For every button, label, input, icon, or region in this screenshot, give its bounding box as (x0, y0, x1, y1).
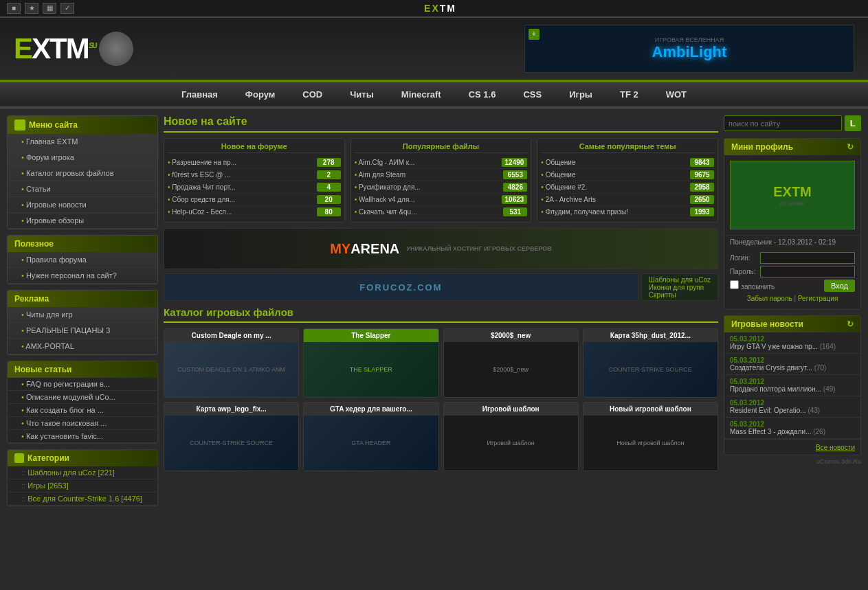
forucoz-link-2[interactable]: Иконки для групп (649, 284, 711, 291)
sidebar-item-home[interactable]: Главная EXTM (8, 134, 157, 150)
nav-item-games[interactable]: Игры (555, 82, 606, 106)
news-text-1: Создатели Crysis двигут... (70) (730, 364, 855, 372)
nav-item-tf2[interactable]: TF 2 (606, 82, 652, 106)
nav-item-cs16[interactable]: CS 1.6 (455, 82, 510, 106)
news-refresh-icon[interactable]: ↻ (847, 319, 854, 329)
sidebar-item-news[interactable]: Игровые новости (8, 197, 157, 213)
game-news-item-1[interactable]: 05.03.2012 Создатели Crysis двигут... (7… (724, 354, 860, 375)
all-news-link[interactable]: Все новости (816, 444, 855, 451)
nav-item-home[interactable]: Главная (168, 82, 232, 106)
catalog-item-3[interactable]: Карта 35hp_dust_2012... COUNTER-STRIKE S… (583, 328, 718, 398)
forum-item-1[interactable]: f0rest vs ESC @ ... 2 (168, 169, 341, 181)
catalog-item-header-2: $2000$_new (444, 329, 578, 342)
refresh-icon[interactable]: ↻ (847, 142, 854, 152)
article-item-3[interactable]: Что такое поисковая ... (8, 417, 157, 430)
sidebar-item-catalog[interactable]: Каталог игровых файлов (8, 166, 157, 181)
file-item-2[interactable]: Русификатор для... 4826 (355, 181, 528, 194)
sidebar-item-reviews[interactable]: Игровые обзоры (8, 213, 157, 229)
nav-item-css[interactable]: CSS (509, 82, 555, 106)
myarena-banner[interactable]: MYARENA УНИКАЛЬНЫЙ ХОСТИНГ ИГРОВЫХ СЕРВЕ… (164, 228, 718, 269)
forum-item-0[interactable]: Разрешение на пр... 278 (168, 157, 341, 169)
article-item-1[interactable]: Описание модулей uCo... (8, 391, 157, 404)
catalog-item-0[interactable]: Custom Deagle on my ... CUSTOM DEAGLE ON… (164, 328, 299, 398)
sidebar-item-cheats-adv[interactable]: Читы для игр (8, 307, 157, 323)
catalog-item-img-0: CUSTOM DEAGLE ON 1 ATMKO ANM (164, 342, 298, 397)
nav-link-minecraft[interactable]: Minecraft (388, 82, 455, 106)
nav-item-cod[interactable]: COD (289, 82, 336, 106)
file-item-3[interactable]: Wallhack v4 для... 10623 (355, 194, 528, 206)
password-input[interactable] (760, 266, 855, 277)
header-banner[interactable]: + ИГРОВАЯ ВСЕЛЕННАЯ AmbiLight (524, 25, 854, 73)
topic-item-2[interactable]: Общение #2. 2958 (541, 181, 714, 194)
game-news-item-4[interactable]: 05.03.2012 Mass Effect 3 - дождали... (2… (724, 418, 860, 439)
nav-link-cod[interactable]: COD (289, 82, 336, 106)
forucoz-banner[interactable]: FORUCOZ.COM (164, 273, 638, 301)
nav-item-forum[interactable]: Форум (232, 82, 289, 106)
file-item-count-2: 4826 (503, 183, 527, 192)
main-nav: Главная Форум COD Читы Minecraft CS 1.6 … (0, 82, 868, 109)
sidebar-item-amx[interactable]: AMX-PORTAL (8, 339, 157, 354)
sidebar-item-staff[interactable]: Нужен персонал на сайт? (8, 268, 157, 284)
game-news-item-3[interactable]: 05.03.2012 Resident Evil: Operatio... (4… (724, 396, 860, 418)
forucoz-link-1[interactable]: Шаблоны для uCoz (649, 276, 711, 284)
forgot-password-link[interactable]: Забыл пароль (747, 295, 792, 302)
nav-item-minecraft[interactable]: Minecraft (388, 82, 455, 106)
game-news-item-0[interactable]: 05.03.2012 Игру GTA V уже можно пр... (1… (724, 332, 860, 354)
logo[interactable]: EXTM.SU (14, 32, 133, 66)
remember-checkbox[interactable] (730, 280, 739, 289)
forucoz-link-3[interactable]: Скрипты (649, 291, 711, 299)
catalog-item-4[interactable]: Карта awp_lego_fix... COUNTER-STRIKE SOU… (164, 402, 299, 471)
category-item-2[interactable]: Все для Counter-Strike 1.6 [4476] (8, 492, 157, 506)
login-input[interactable] (760, 252, 855, 264)
template-preview: Игровой шаблон (444, 416, 578, 470)
catalog-item-2[interactable]: $2000$_new $2000$_new (443, 328, 579, 398)
article-item-2[interactable]: Как создать блог на ... (8, 404, 157, 417)
star-icon[interactable]: ★ (25, 3, 38, 14)
nav-link-forum[interactable]: Форум (232, 82, 289, 106)
main-content: Новое на сайте Новое на форуме Разрешени… (164, 115, 718, 506)
file-item-0[interactable]: Aim.Cfg - АИМ к... 12490 (355, 157, 528, 169)
nav-link-cs16[interactable]: CS 1.6 (455, 82, 510, 106)
login-button[interactable]: Вход (824, 280, 855, 292)
nav-link-games[interactable]: Игры (555, 82, 606, 106)
catalog-item-7[interactable]: Новый игровой шаблон Новый игровой шабло… (583, 402, 718, 471)
sidebar-item-pacany[interactable]: РЕАЛЬНЫЕ ПАЦАНЫ 3 (8, 323, 157, 339)
grid-icon[interactable]: ▦ (43, 3, 56, 14)
nav-link-home[interactable]: Главная (168, 82, 232, 106)
nav-link-cheats[interactable]: Читы (336, 82, 388, 106)
topic-item-0[interactable]: Общение 9843 (541, 157, 714, 169)
forum-item-3[interactable]: Сбор средств для... 20 (168, 194, 341, 206)
nav-link-tf2[interactable]: TF 2 (606, 82, 652, 106)
nav-item-wot[interactable]: WOT (652, 82, 700, 106)
sidebar-item-forum[interactable]: Форум игрока (8, 150, 157, 166)
sidebar-item-articles[interactable]: Статьи (8, 181, 157, 197)
topic-item-4[interactable]: Флудим, получаем призы! 1993 (541, 206, 714, 218)
article-item-0[interactable]: FAQ по регистрации в... (8, 378, 157, 391)
sidebar-new-articles: Новые статьи FAQ по регистрации в... Опи… (7, 361, 158, 444)
search-button[interactable]: L (845, 115, 861, 131)
forum-item-4[interactable]: Help-uCoz - Бесп... 80 (168, 206, 341, 218)
search-input[interactable] (724, 115, 842, 131)
slapper-preview: THE SLAPPER (304, 342, 438, 397)
topic-item-text-2: Общение #2. (541, 183, 644, 191)
catalog-item-1[interactable]: The Slapper THE SLAPPER (303, 328, 438, 398)
nav-item-cheats[interactable]: Читы (336, 82, 388, 106)
topic-item-count-0: 9843 (690, 158, 714, 167)
nav-link-wot[interactable]: WOT (652, 82, 700, 106)
rss-icon[interactable]: ■ (7, 3, 21, 14)
category-item-1[interactable]: Игры [2653] (8, 479, 157, 492)
category-item-0[interactable]: Шаблоны для uCoz [221] (8, 466, 157, 479)
article-item-4[interactable]: Как установить favic... (8, 430, 157, 443)
register-link[interactable]: Регистрация (798, 295, 838, 302)
check-icon[interactable]: ✓ (60, 3, 74, 14)
catalog-item-6[interactable]: Игровой шаблон Игровой шаблон (443, 402, 579, 471)
file-item-1[interactable]: Aim для Steam 6553 (355, 169, 528, 181)
sidebar-item-rules[interactable]: Правила форума (8, 252, 157, 268)
file-item-4[interactable]: Скачать чит &qu... 531 (355, 206, 528, 218)
nav-link-css[interactable]: CSS (509, 82, 555, 106)
game-news-item-2[interactable]: 05.03.2012 Продано полтора миллион... (4… (724, 375, 860, 396)
topic-item-1[interactable]: Общение 9675 (541, 169, 714, 181)
forum-item-2[interactable]: Продажа Чит порт... 4 (168, 181, 341, 194)
catalog-item-5[interactable]: GTA хедер для вашего... GTA HEADER (303, 402, 438, 471)
topic-item-3[interactable]: 2A - Archive Arts 2650 (541, 194, 714, 206)
